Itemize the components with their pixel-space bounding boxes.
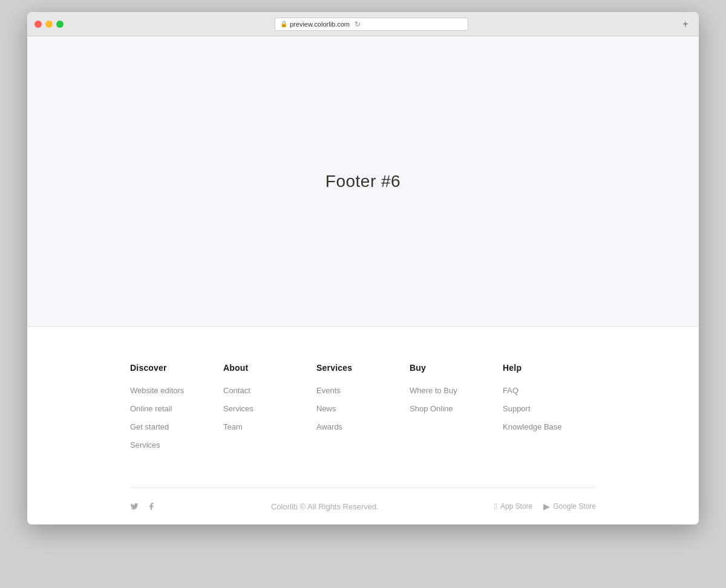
list-item: Support [503,403,596,414]
url-text: preview.colorlib.com [290,21,350,28]
close-button[interactable] [34,21,42,28]
google-store-link[interactable]: ▶ Google Store [543,501,596,511]
play-icon: ▶ [543,501,550,511]
footer-heading-buy: Buy [410,363,503,373]
list-item: Website editors [130,385,223,396]
footer-col-discover: Discover Website editors Online retail G… [130,363,223,457]
link-shop-online[interactable]: Shop Online [410,404,453,413]
list-item: Events [316,385,410,396]
new-tab-button[interactable]: + [679,18,692,30]
maximize-button[interactable] [56,21,64,28]
link-support[interactable]: Support [503,404,531,413]
footer-heading-services: Services [316,363,410,373]
reload-button[interactable]: ↻ [355,20,361,28]
social-links [130,502,155,511]
footer-col-buy: Buy Where to Buy Shop Online [410,363,503,457]
link-services-discover[interactable]: Services [130,440,160,449]
footer-columns: Discover Website editors Online retail G… [27,363,699,457]
list-item: Online retail [130,403,223,414]
link-faq[interactable]: FAQ [503,386,518,395]
list-item: Team [223,421,316,432]
google-store-label: Google Store [553,502,596,511]
footer-links-about: Contact Services Team [223,385,316,432]
store-links:  App Store ▶ Google Store [494,501,596,511]
list-item: Services [223,403,316,414]
link-news[interactable]: News [316,404,336,413]
link-team[interactable]: Team [223,422,243,431]
page-title: Footer #6 [325,172,401,191]
footer: Discover Website editors Online retail G… [27,327,699,524]
list-item: Where to Buy [410,385,503,396]
footer-links-discover: Website editors Online retail Get starte… [130,385,223,450]
footer-heading-discover: Discover [130,363,223,373]
link-website-editors[interactable]: Website editors [130,386,184,395]
lock-icon: 🔒 [280,21,287,27]
footer-col-help: Help FAQ Support Knowledge Base [503,363,596,457]
twitter-icon [130,502,139,511]
twitter-link[interactable] [130,502,139,511]
footer-bottom: Colorlib © All Rights Reserved.  App St… [27,488,699,524]
link-get-started[interactable]: Get started [130,422,169,431]
list-item: FAQ [503,385,596,396]
footer-col-about: About Contact Services Team [223,363,316,457]
link-knowledge-base[interactable]: Knowledge Base [503,422,562,431]
minimize-button[interactable] [45,21,53,28]
link-where-to-buy[interactable]: Where to Buy [410,386,457,395]
url-bar[interactable]: 🔒 preview.colorlib.com ↻ [275,18,468,31]
list-item: Contact [223,385,316,396]
list-item: Awards [316,421,410,432]
facebook-link[interactable] [147,502,155,511]
footer-copyright: Colorlib © All Rights Reserved. [155,502,494,511]
footer-heading-about: About [223,363,316,373]
footer-links-help: FAQ Support Knowledge Base [503,385,596,432]
app-store-label: App Store [500,502,532,511]
page-content-area: Footer #6 [27,36,699,327]
address-bar: 🔒 preview.colorlib.com ↻ [68,18,675,31]
traffic-lights [34,21,64,28]
list-item: Knowledge Base [503,421,596,432]
list-item: Get started [130,421,223,432]
link-awards[interactable]: Awards [316,422,342,431]
apple-icon:  [494,501,497,511]
list-item: Services [130,439,223,450]
link-services-about[interactable]: Services [223,404,253,413]
footer-heading-help: Help [503,363,596,373]
list-item: News [316,403,410,414]
browser-toolbar: 🔒 preview.colorlib.com ↻ + [27,12,699,36]
link-online-retail[interactable]: Online retail [130,404,172,413]
link-events[interactable]: Events [316,386,341,395]
list-item: Shop Online [410,403,503,414]
facebook-icon [147,502,155,511]
app-store-link[interactable]:  App Store [494,501,533,511]
footer-links-buy: Where to Buy Shop Online [410,385,503,414]
footer-links-services: Events News Awards [316,385,410,432]
browser-window: 🔒 preview.colorlib.com ↻ + Footer #6 Dis… [27,12,699,524]
link-contact[interactable]: Contact [223,386,250,395]
footer-col-services: Services Events News Awards [316,363,410,457]
